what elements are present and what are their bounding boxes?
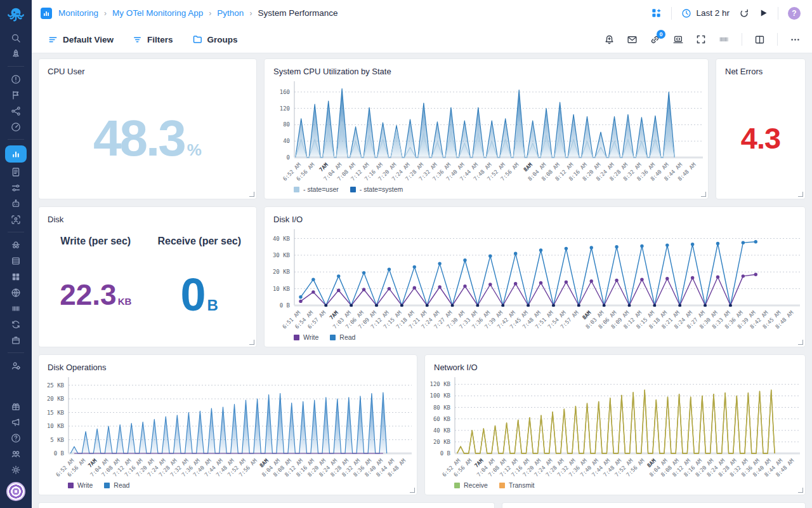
legend-item[interactable]: Read (104, 481, 129, 489)
quick-nav-grid-icon[interactable] (651, 8, 662, 18)
alert-circle-icon[interactable] (5, 72, 27, 86)
panel-disk: Disk Write (per sec) 22.3 KB (38, 206, 257, 347)
svg-text:0 B: 0 B (54, 450, 64, 457)
resize-handle[interactable] (701, 192, 706, 197)
breadcrumb-app[interactable]: My OTel Monitoring App (112, 8, 203, 18)
breadcrumb-monitoring[interactable]: Monitoring (58, 8, 98, 18)
time-range-label: Last 2 hr (696, 8, 730, 18)
split-columns-icon[interactable] (754, 34, 765, 45)
laptop-code-icon[interactable] (672, 34, 684, 45)
view-selector-label: Default View (63, 35, 114, 44)
alert-bell-plus-icon[interactable] (604, 34, 615, 45)
divider (742, 33, 742, 46)
legend-swatch (294, 335, 299, 340)
groups-button[interactable]: Groups (192, 34, 238, 44)
users-group-icon[interactable] (5, 447, 27, 460)
gift-icon[interactable] (5, 399, 27, 413)
legend-label: Transmit (509, 481, 534, 489)
sidebar-item-dashboards bar-chart-icon[interactable] (5, 145, 27, 163)
legend-item[interactable]: Read (330, 333, 355, 341)
logs-document-icon[interactable] (5, 165, 27, 178)
legend-item[interactable]: Write (68, 481, 93, 489)
resize-handle[interactable] (798, 192, 803, 197)
barcode-icon[interactable] (718, 34, 730, 44)
help-circle-icon[interactable] (5, 431, 27, 444)
envelope-icon[interactable] (627, 34, 638, 45)
bot-icon[interactable] (5, 197, 27, 210)
user-frame-icon[interactable] (5, 213, 27, 226)
flag-icon[interactable] (5, 88, 27, 102)
legend-swatch (350, 187, 356, 192)
view-selector[interactable]: Default View (48, 35, 114, 44)
cpu-user-number: 48.3 (93, 109, 185, 168)
chart-legend[interactable]: - state=user- state=system (265, 185, 708, 199)
link-badge: 0 (657, 30, 665, 39)
user-avatar[interactable] (6, 482, 25, 501)
filters-button[interactable]: Filters (133, 35, 173, 44)
svg-text:20 KB: 20 KB (433, 439, 450, 445)
chart-legend[interactable]: ReceiveTransmit (425, 481, 805, 495)
person-gear-icon[interactable] (5, 359, 27, 372)
chart-legend[interactable]: WriteRead (39, 481, 417, 495)
sidebar-divider (8, 232, 24, 232)
legend-item[interactable]: Write (294, 333, 318, 341)
disk-receive-number: 0 (181, 269, 206, 321)
globe-icon[interactable] (5, 286, 27, 299)
svg-text:60 KB: 60 KB (433, 416, 450, 422)
link-icon[interactable]: 0 (650, 34, 660, 45)
breadcrumb-python[interactable]: Python (217, 8, 244, 18)
sync-loop-icon[interactable] (5, 318, 27, 331)
svg-text:30 KB: 30 KB (273, 252, 290, 258)
server-rows-icon[interactable] (5, 254, 27, 267)
svg-text:0 B: 0 B (440, 450, 450, 457)
svg-text:80 KB: 80 KB (433, 404, 450, 411)
legend-item[interactable]: - state=user (294, 185, 339, 193)
resize-handle[interactable] (249, 340, 254, 345)
cpu-state-chart[interactable]: 040801201606:52 AM6:56 AM7AM7:04 AM7:08 … (265, 77, 708, 185)
grid-squares-icon[interactable] (5, 270, 27, 283)
resize-handle[interactable] (410, 488, 415, 493)
gauge-icon[interactable] (5, 120, 27, 133)
legend-label: - state=user (303, 185, 339, 193)
search-icon[interactable] (5, 31, 27, 44)
octopus-logo[interactable] (6, 0, 25, 30)
disk-receive-value-wrap: 0 B (148, 247, 252, 342)
chart-legend[interactable]: WriteRead (265, 333, 805, 347)
fork-icon[interactable] (5, 104, 27, 117)
archive-box-icon[interactable] (5, 333, 27, 347)
resize-handle[interactable] (798, 340, 803, 345)
time-range-picker[interactable]: Last 2 hr (681, 8, 730, 18)
rocket-icon[interactable] (5, 47, 27, 60)
resize-handle[interactable] (798, 488, 803, 493)
breadcrumb-separator: › (209, 9, 211, 18)
panel-cpu-utilization-by-state: System CPU Utilization by State 04080120… (264, 58, 709, 199)
fullscreen-icon[interactable] (696, 34, 706, 44)
cpu-user-unit: % (187, 140, 202, 160)
panel-title: Disk I/O (265, 207, 805, 225)
settings-gear-icon[interactable] (5, 463, 27, 476)
list-toggles-icon[interactable] (5, 181, 27, 194)
disk-receive-unit: B (207, 297, 218, 314)
megaphone-icon[interactable] (5, 415, 27, 429)
legend-item[interactable]: - state=system (350, 185, 403, 193)
disk-write-unit: KB (118, 296, 132, 307)
legend-item[interactable]: Transmit (499, 481, 534, 489)
legend-swatch (330, 335, 336, 340)
resize-handle[interactable] (249, 192, 254, 197)
divider (777, 33, 778, 46)
sidebar (0, 0, 32, 508)
network-io-chart[interactable]: 0 B20 KB40 KB60 KB80 KB100 KB120 KB6:52 … (425, 373, 805, 481)
svg-text:160: 160 (280, 89, 290, 95)
disk-io-chart[interactable]: 0 B10 KB20 KB30 KB40 KB6:51 AM6:54 AM6:5… (265, 225, 805, 333)
more-ellipsis-icon[interactable] (790, 34, 801, 45)
dashboard-toolbar: Default View Filters Groups 0 (32, 27, 812, 53)
svg-text:15 KB: 15 KB (47, 410, 64, 416)
help-icon[interactable]: ? (788, 7, 801, 20)
disk-operations-chart[interactable]: 0 B5 KB10 KB15 KB20 KB25 KB6:52 AM6:56 A… (39, 373, 417, 481)
play-icon[interactable] (759, 8, 768, 18)
panel-title: Disk Operations (39, 355, 417, 373)
refresh-icon[interactable] (739, 8, 749, 18)
barcode-icon[interactable] (5, 302, 27, 315)
legend-item[interactable]: Receive (454, 481, 488, 489)
spy-icon[interactable] (5, 238, 27, 251)
